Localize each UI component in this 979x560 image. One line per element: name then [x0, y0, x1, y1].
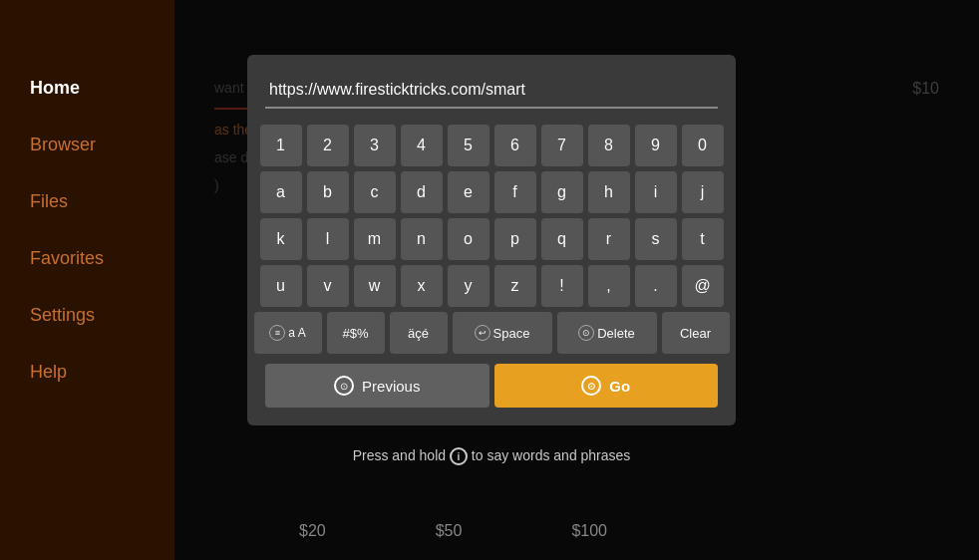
sidebar-item-files[interactable]: Files — [0, 173, 174, 230]
key-k[interactable]: k — [260, 218, 302, 260]
key-f[interactable]: f — [494, 171, 536, 213]
space-key[interactable]: ↩ Space — [453, 312, 552, 354]
key-w[interactable]: w — [354, 265, 396, 307]
key-c[interactable]: c — [354, 171, 396, 213]
previous-button[interactable]: ⊙ Previous — [265, 364, 490, 408]
key-m[interactable]: m — [354, 218, 396, 260]
navigation-row: ⊙ Previous ⊙ Go — [265, 364, 718, 408]
key-7[interactable]: 7 — [541, 125, 583, 166]
caps-lock-key[interactable]: ≡ a A — [254, 312, 322, 354]
special-chars-key[interactable]: äçé — [390, 312, 448, 354]
key-9[interactable]: 9 — [635, 125, 677, 166]
key-e[interactable]: e — [448, 171, 490, 213]
key-period[interactable]: . — [635, 265, 677, 307]
letter-row-1: a b c d e f g h i j — [265, 171, 718, 213]
price-50: $50 — [436, 522, 463, 540]
key-b[interactable]: b — [307, 171, 349, 213]
key-j[interactable]: j — [682, 171, 724, 213]
key-at[interactable]: @ — [682, 265, 724, 307]
symbols-key[interactable]: #$% — [327, 312, 385, 354]
sidebar-item-settings[interactable]: Settings — [0, 287, 174, 344]
key-y[interactable]: y — [448, 265, 490, 307]
key-5[interactable]: 5 — [448, 125, 490, 166]
price-20: $20 — [299, 522, 326, 540]
key-a[interactable]: a — [260, 171, 302, 213]
key-8[interactable]: 8 — [588, 125, 630, 166]
key-l[interactable]: l — [307, 218, 349, 260]
sidebar-item-help[interactable]: Help — [0, 344, 174, 401]
sidebar-item-browser[interactable]: Browser — [0, 117, 174, 173]
key-2[interactable]: 2 — [307, 125, 349, 166]
special-row: ≡ a A #$% äçé ↩ Space ⊙ Delete Clear — [265, 312, 718, 354]
key-h[interactable]: h — [588, 171, 630, 213]
key-v[interactable]: v — [307, 265, 349, 307]
key-d[interactable]: d — [401, 171, 443, 213]
clear-key[interactable]: Clear — [662, 312, 730, 354]
key-x[interactable]: x — [401, 265, 443, 307]
letter-row-2: k l m n o p q r s t — [265, 218, 718, 260]
key-p[interactable]: p — [494, 218, 536, 260]
key-n[interactable]: n — [401, 218, 443, 260]
keyboard-modal: 1 2 3 4 5 6 7 8 9 0 a b c d e f g h i j … — [247, 55, 736, 425]
go-button[interactable]: ⊙ Go — [494, 364, 719, 408]
hint-text: Press and hold i to say words and phrase… — [247, 447, 736, 465]
previous-circle-icon: ⊙ — [334, 376, 354, 396]
sidebar-item-favorites[interactable]: Favorites — [0, 230, 174, 287]
sidebar-item-home[interactable]: Home — [0, 60, 174, 117]
delete-key[interactable]: ⊙ Delete — [557, 312, 657, 354]
number-row: 1 2 3 4 5 6 7 8 9 0 — [265, 125, 718, 166]
prices-row: $20 $50 $100 — [299, 522, 607, 540]
key-6[interactable]: 6 — [494, 125, 536, 166]
key-q[interactable]: q — [541, 218, 583, 260]
key-o[interactable]: o — [448, 218, 490, 260]
key-3[interactable]: 3 — [354, 125, 396, 166]
hint-icon: i — [450, 447, 468, 465]
price-100: $100 — [571, 522, 607, 540]
url-input[interactable] — [265, 75, 718, 109]
sidebar: Home Browser Files Favorites Settings He… — [0, 0, 174, 560]
keyboard: 1 2 3 4 5 6 7 8 9 0 a b c d e f g h i j … — [265, 125, 718, 354]
key-exclaim[interactable]: ! — [541, 265, 583, 307]
key-0[interactable]: 0 — [682, 125, 724, 166]
go-circle-icon: ⊙ — [581, 376, 601, 396]
key-comma[interactable]: , — [588, 265, 630, 307]
key-r[interactable]: r — [588, 218, 630, 260]
key-i[interactable]: i — [635, 171, 677, 213]
key-u[interactable]: u — [260, 265, 302, 307]
key-t[interactable]: t — [682, 218, 724, 260]
letter-row-3: u v w x y z ! , . @ — [265, 265, 718, 307]
key-g[interactable]: g — [541, 171, 583, 213]
key-4[interactable]: 4 — [401, 125, 443, 166]
key-s[interactable]: s — [635, 218, 677, 260]
key-1[interactable]: 1 — [260, 125, 302, 166]
key-z[interactable]: z — [494, 265, 536, 307]
